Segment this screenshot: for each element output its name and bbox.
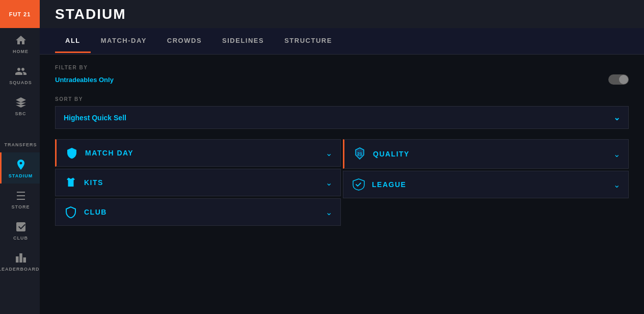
sidebar-item-squads[interactable]: SQUADS [0, 59, 40, 90]
filter-box-club[interactable]: CLUB ⌄ [55, 198, 341, 226]
sidebar-item-transfers[interactable]: TRANSFERS [0, 121, 40, 152]
chevron-down-icon: ⌄ [326, 207, 332, 217]
tab-navigation: ALL MATCH-DAY CROWDS SIDELINES STRUCTURE [40, 28, 644, 55]
sidebar-item-label: TRANSFERS [4, 142, 37, 147]
page-title: STADIUM [55, 6, 126, 22]
tab-all[interactable]: ALL [55, 30, 91, 53]
chevron-down-icon: ⌄ [613, 180, 620, 190]
sort-value: Highest Quick Sell [64, 114, 126, 122]
squads-icon [14, 64, 28, 78]
sidebar: FUT 21 HOME SQUADS SBC TRANSFERS STADIUM [0, 0, 40, 314]
chevron-down-icon: ⌄ [326, 148, 332, 158]
filters-grid: MATCH DAY ⌄ KITS ⌄ CLUB ⌄ [55, 139, 629, 226]
shirt-icon [64, 176, 78, 189]
sort-section: SORT BY Highest Quick Sell ⌄ [55, 96, 629, 129]
chevron-down-icon: ⌄ [613, 113, 620, 122]
tab-match-day[interactable]: MATCH-DAY [91, 30, 157, 53]
logo: FUT 21 [0, 0, 40, 28]
tab-structure[interactable]: STRUCTURE [274, 30, 342, 53]
filter-box-match-day[interactable]: MATCH DAY ⌄ [55, 139, 341, 167]
filter-section: FILTER BY Untradeables Only [55, 65, 629, 89]
filter-box-kits[interactable]: KITS ⌄ [55, 169, 341, 196]
sidebar-item-label: STADIUM [9, 173, 33, 178]
stadium-icon [14, 158, 28, 172]
league-shield-icon [352, 178, 366, 191]
sidebar-item-label: HOME [13, 49, 29, 54]
store-icon [14, 189, 28, 203]
toggle-knob [619, 75, 628, 84]
leaderboards-icon [14, 251, 28, 265]
filter-by-label: FILTER BY [55, 65, 629, 70]
sidebar-item-label: CLUB [13, 236, 28, 241]
filter-box-label: QUALITY [373, 150, 607, 158]
club-shield-icon [64, 206, 78, 218]
content-area: FILTER BY Untradeables Only SORT BY High… [40, 55, 644, 314]
sidebar-item-leaderboards[interactable]: LEADERBOARDS [0, 246, 40, 277]
svg-text:21: 21 [357, 151, 362, 156]
shield-icon [65, 147, 79, 159]
sort-by-label: SORT BY [55, 96, 629, 102]
filter-col-right: 21 QUALITY ⌄ LEAGUE ⌄ [343, 139, 629, 226]
chevron-down-icon: ⌄ [326, 178, 332, 188]
filter-box-label: CLUB [84, 208, 319, 216]
filter-col-left: MATCH DAY ⌄ KITS ⌄ CLUB ⌄ [55, 139, 341, 226]
untradeables-toggle[interactable] [608, 74, 629, 85]
tab-crowds[interactable]: CROWDS [157, 30, 212, 53]
sidebar-item-label: STORE [12, 204, 30, 210]
home-icon [14, 33, 28, 47]
transfers-icon [14, 126, 28, 141]
sidebar-item-store[interactable]: STORE [0, 184, 40, 215]
sidebar-item-sbc[interactable]: SBC [0, 90, 40, 121]
sidebar-item-club[interactable]: CLUB [0, 215, 40, 246]
sidebar-item-stadium[interactable]: STADIUM [0, 152, 40, 184]
badge-21-icon: 21 [353, 147, 367, 161]
filter-box-league[interactable]: LEAGUE ⌄ [343, 171, 629, 198]
sort-dropdown[interactable]: Highest Quick Sell ⌄ [55, 106, 629, 129]
sidebar-item-label: SQUADS [9, 80, 32, 85]
header: STADIUM [40, 0, 644, 28]
sidebar-item-label: SBC [15, 111, 26, 116]
sbc-icon [14, 95, 28, 110]
filter-box-label: LEAGUE [372, 180, 607, 189]
logo-text: FUT 21 [9, 11, 31, 17]
club-icon [14, 220, 28, 234]
filter-box-label: KITS [84, 178, 319, 187]
tab-sidelines[interactable]: SIDELINES [212, 30, 274, 53]
main-content: STADIUM ALL MATCH-DAY CROWDS SIDELINES S… [40, 0, 644, 314]
sidebar-item-label: LEADERBOARDS [0, 267, 43, 272]
filter-box-label: MATCH DAY [85, 149, 319, 157]
sidebar-item-home[interactable]: HOME [0, 28, 40, 59]
filter-box-quality[interactable]: 21 QUALITY ⌄ [343, 139, 629, 169]
chevron-down-icon: ⌄ [613, 149, 620, 159]
untradeables-label: Untradeables Only [55, 76, 114, 84]
filter-row: Untradeables Only [55, 74, 629, 89]
